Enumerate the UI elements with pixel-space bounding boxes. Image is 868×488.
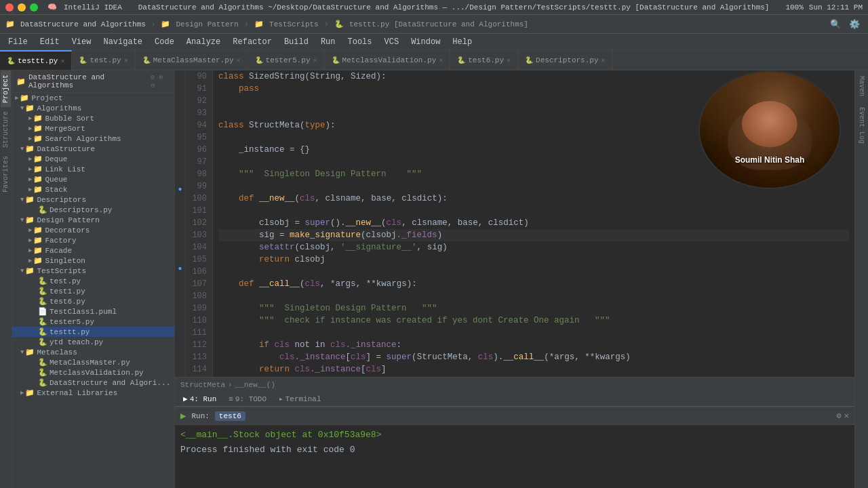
tree-item-external-libs[interactable]: ▶ 📁 External Libraries [12, 388, 174, 398]
tree-item-bubble-sort[interactable]: ▶ 📁 Bubble Sort [12, 113, 174, 123]
titlebar-actions[interactable]: 🔍 ⚙️ [827, 18, 863, 30]
tab-close-6[interactable]: ✕ [507, 56, 511, 64]
right-tab-eventlog[interactable]: Event Log [858, 104, 865, 146]
tree-item-metaclass-validation[interactable]: 🐍 MetclassValidation.py [12, 367, 174, 378]
run-actions[interactable]: ⚙ ✕ [837, 411, 849, 421]
tab-close-2[interactable]: ✕ [124, 56, 128, 64]
tab-descriptors[interactable]: 🐍 Descriptors.py ✕ [518, 50, 612, 70]
test-scripts-icon: 📁 [254, 20, 264, 28]
tree-item-metaclass[interactable]: ▼ 📁 Metaclass [12, 347, 174, 357]
menu-window[interactable]: Window [406, 36, 446, 48]
tab-close[interactable]: ✕ [60, 57, 64, 65]
tree-item-metaclass-master[interactable]: 🐍 MetaClassMaster.py [12, 357, 174, 367]
menu-view[interactable]: View [66, 36, 97, 48]
maximize-button[interactable] [30, 3, 38, 12]
menu-analyze[interactable]: Analyze [181, 36, 226, 48]
gutter-114 [175, 343, 185, 354]
tree-item-tester5-py[interactable]: 🐍 tester5.py [12, 317, 174, 327]
tab-run[interactable]: ▶ 4: Run [178, 393, 222, 405]
vtab-favorites[interactable]: Favorites [1, 152, 11, 197]
tree-item-descriptors-py[interactable]: 🐍 Descriptors.py [12, 205, 174, 215]
tab-tester5[interactable]: 🐍 tester5.py ✕ [248, 50, 325, 70]
tab-file-icon: 🐍 [7, 57, 15, 65]
ln-107: 107 [191, 278, 207, 290]
tree-label-metaclass: Metaclass [37, 348, 77, 357]
tree-label-external-libs: External Libraries [37, 389, 117, 397]
tree-item-stack[interactable]: ▶ 📁 Stack [12, 184, 174, 195]
tree-item-mergesort[interactable]: ▶ 📁 MergeSort [12, 123, 174, 134]
tree-item-test-py[interactable]: 🐍 test.py [12, 276, 174, 286]
tree-label-test6-py: test6.py [50, 298, 85, 306]
todo-tab-label: 9: TODO [235, 395, 267, 403]
close-run-icon[interactable]: ✕ [844, 411, 849, 421]
tree-item-deque[interactable]: ▶ 📁 Deque [12, 154, 174, 164]
tree-item-testtt-py[interactable]: 🐍 testtt.py [12, 327, 174, 337]
tree-item-factory[interactable]: ▶ 📁 Factory [12, 235, 174, 245]
gutter-105 [175, 241, 185, 252]
ln-109: 109 [191, 302, 207, 314]
folder-icon: 📁 [5, 20, 15, 28]
minimize-button[interactable] [18, 3, 26, 12]
tree-item-design-pattern[interactable]: ▼ 📁 Design Pattern [12, 215, 174, 225]
tree-item-descriptors[interactable]: ▼ 📁 Descriptors [12, 195, 174, 205]
tab-label-2: test.py [90, 56, 121, 64]
webcam-overlay: Soumil Nitin Shah [698, 70, 841, 189]
search-btn[interactable]: 🔍 [827, 18, 844, 30]
tab-todo[interactable]: ≡ 9: TODO [223, 394, 272, 405]
tab-close-7[interactable]: ✕ [601, 56, 606, 64]
tree-item-testclass-puml[interactable]: 📄 TestClass1.puml [12, 306, 174, 317]
settings-btn[interactable]: ⚙️ [846, 18, 863, 30]
tab-testtt-py[interactable]: 🐍 testtt.py ✕ [0, 50, 72, 70]
vtab-structure[interactable]: Structure [1, 107, 11, 152]
tab-test-py[interactable]: 🐍 test.py ✕ [72, 50, 135, 70]
tree-item-search-algorithms[interactable]: ▶ 📁 Search Algorithms [12, 134, 174, 144]
code-line-102: clsobj = super().__new__(cls, clsname, b… [218, 217, 849, 229]
tree-item-test6-py[interactable]: 🐍 test6.py [12, 296, 174, 306]
tree-item-singleton[interactable]: ▶ 📁 Singleton [12, 256, 174, 266]
tree-item-test1-py[interactable]: 🐍 test1.py [12, 286, 174, 296]
gutter-113 [175, 331, 185, 343]
tab-close-5[interactable]: ✕ [439, 56, 443, 64]
tree-label-mergesort: MergeSort [45, 125, 85, 133]
run-config[interactable]: test6 [215, 411, 245, 421]
run-play-icon[interactable]: ▶ [180, 410, 186, 422]
menu-code[interactable]: Code [149, 36, 180, 48]
window-controls[interactable]: 🧠 IntelliJ IDEA [5, 3, 122, 12]
menu-navigate[interactable]: Navigate [98, 36, 148, 48]
tab-test6[interactable]: 🐍 test6.py ✕ [450, 50, 518, 70]
run-panel: ▶ Run: test6 ⚙ ✕ <__main__.Stock object … [175, 407, 854, 488]
tree-item-linklist[interactable]: ▶ 📁 Link List [12, 164, 174, 174]
tree-item-algorithms[interactable]: ▼ 📁 Algorithms [12, 103, 174, 113]
tree-item-ds-algori[interactable]: 🐍 DataStructure and Algori... [12, 378, 174, 388]
tree-item-decorators[interactable]: ▶ 📁 Decorators [12, 225, 174, 235]
menu-help[interactable]: Help [447, 36, 477, 48]
code-line-114: return cls._instance[cls] [218, 363, 849, 375]
menu-file[interactable]: File [3, 36, 33, 48]
tab-close-4[interactable]: ✕ [313, 56, 317, 64]
project-actions[interactable]: ⚙ ⊕ ⊖ [151, 73, 170, 89]
menu-build[interactable]: Build [279, 36, 314, 48]
tree-item-datastructure[interactable]: ▼ 📁 DataStructure [12, 144, 174, 154]
tree-item-ytd-teach[interactable]: 🐍 ytd teach.py [12, 337, 174, 347]
webcam-video: Soumil Nitin Shah [700, 72, 840, 188]
menu-tools[interactable]: Tools [342, 36, 378, 48]
right-tab-maven[interactable]: Maven [858, 73, 865, 99]
tree-item-testscripts[interactable]: ▼ 📁 TestScripts [12, 266, 174, 276]
vtab-project[interactable]: Project [1, 70, 11, 107]
tab-metaclassmaster[interactable]: 🐍 MetaClassMaster.py ✕ [136, 50, 248, 70]
tree-item-facade[interactable]: ▶ 📁 Facade [12, 245, 174, 256]
close-button[interactable] [5, 3, 14, 12]
tab-terminal[interactable]: ▸ Terminal [273, 393, 326, 405]
settings-run-icon[interactable]: ⚙ [837, 411, 842, 421]
tree-item-queue[interactable]: ▶ 📁 Queue [12, 174, 174, 184]
code-editor[interactable]: ● ● [175, 70, 854, 392]
tab-metclassvalidation[interactable]: 🐍 MetclassValidation.py ✕ [325, 50, 451, 70]
ln-90: 90 [191, 70, 207, 83]
menu-run[interactable]: Run [315, 36, 341, 48]
menu-edit[interactable]: Edit [35, 36, 65, 48]
tabs-bar: 🐍 testtt.py ✕ 🐍 test.py ✕ 🐍 MetaClassMas… [0, 50, 868, 70]
tree-item-project-root[interactable]: ▶ 📁 Project [12, 93, 174, 103]
menu-refactor[interactable]: Refactor [227, 36, 277, 48]
tab-close-3[interactable]: ✕ [237, 56, 241, 64]
menu-vcs[interactable]: VCS [379, 36, 405, 48]
